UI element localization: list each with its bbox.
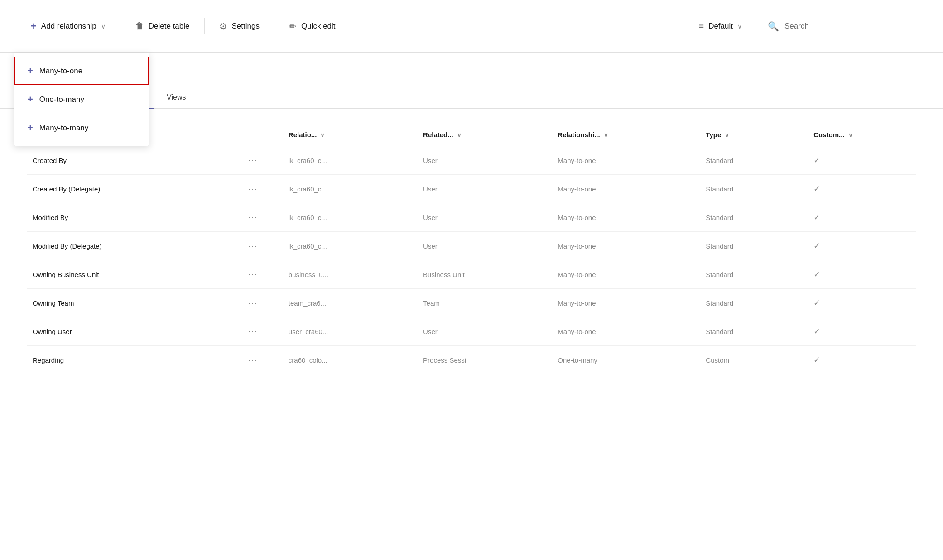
quick-edit-label: Quick edit [301, 22, 336, 31]
table-row[interactable]: Created By ··· lk_cra60_c... User Many-t… [27, 146, 916, 175]
search-icon: 🔍 [768, 21, 779, 32]
default-chevron-icon: ∨ [737, 23, 742, 30]
table-row[interactable]: Owning Team ··· team_cra6... Team Many-t… [27, 289, 916, 317]
one-to-many-label: One-to-many [39, 95, 84, 104]
cell-dots-3[interactable]: ··· [243, 232, 283, 260]
table-row[interactable]: Created By (Delegate) ··· lk_cra60_c... … [27, 175, 916, 203]
col-header-custom[interactable]: Custom... ∨ [808, 124, 916, 146]
col-header-dots [243, 124, 283, 146]
cell-dots-4[interactable]: ··· [243, 260, 283, 289]
cell-type-3: Standard [700, 232, 808, 260]
cell-dots-5[interactable]: ··· [243, 289, 283, 317]
table-container: Display name ↑ ∨ Relatio... ∨ Related...… [0, 109, 943, 374]
cell-relationship-5: Many-to-one [552, 289, 700, 317]
cell-type-5: Standard [700, 289, 808, 317]
cell-relation-0: lk_cra60_c... [283, 146, 418, 175]
cell-custom-3: ✓ [808, 232, 916, 260]
many-to-one-label: Many-to-one [39, 67, 82, 76]
chevron-relationship-icon: ∨ [604, 132, 608, 139]
cell-custom-7: ✓ [808, 346, 916, 374]
col-header-relationship[interactable]: Relationshi... ∨ [552, 124, 700, 146]
table-row[interactable]: Owning Business Unit ··· business_u... B… [27, 260, 916, 289]
cell-custom-5: ✓ [808, 289, 916, 317]
breadcrumb: Tables › Color [27, 67, 916, 81]
default-label: Default [708, 22, 733, 31]
dropdown-item-one-to-many[interactable]: + One-to-many [14, 85, 149, 114]
col-header-type[interactable]: Type ∨ [700, 124, 808, 146]
many-to-many-label: Many-to-many [39, 124, 89, 133]
cell-relation-7: cra60_colo... [283, 346, 418, 374]
chevron-relation-icon: ∨ [320, 132, 325, 139]
table-row[interactable]: Modified By (Delegate) ··· lk_cra60_c...… [27, 232, 916, 260]
chevron-down-icon: ∨ [101, 23, 106, 30]
plus-icon: + [31, 20, 37, 32]
cell-dots-0[interactable]: ··· [243, 146, 283, 175]
plus-icon-one-to-many: + [28, 94, 33, 105]
table-row[interactable]: Modified By ··· lk_cra60_c... User Many-… [27, 203, 916, 232]
delete-table-label: Delete table [149, 22, 190, 31]
cell-related-0: User [418, 146, 552, 175]
add-relationship-dropdown: + Many-to-one + One-to-many + Many-to-ma… [14, 53, 149, 146]
cell-relation-6: user_cra60... [283, 317, 418, 346]
cell-relationship-0: Many-to-one [552, 146, 700, 175]
table-row[interactable]: Regarding ··· cra60_colo... Process Sess… [27, 346, 916, 374]
pencil-icon: ✏ [289, 21, 297, 32]
cell-related-4: Business Unit [418, 260, 552, 289]
cell-type-2: Standard [700, 203, 808, 232]
cell-relation-1: lk_cra60_c... [283, 175, 418, 203]
cell-custom-6: ✓ [808, 317, 916, 346]
table-row[interactable]: Owning User ··· user_cra60... User Many-… [27, 317, 916, 346]
chevron-related-icon: ∨ [457, 132, 462, 139]
cell-type-0: Standard [700, 146, 808, 175]
plus-icon-many-to-many: + [28, 123, 33, 133]
cell-dots-7[interactable]: ··· [243, 346, 283, 374]
cell-dots-1[interactable]: ··· [243, 175, 283, 203]
plus-icon-many-to-one: + [28, 66, 33, 76]
settings-label: Settings [232, 22, 260, 31]
add-relationship-label: Add relationship [41, 22, 96, 31]
toolbar: + Add relationship ∨ 🗑 Delete table ⚙ Se… [0, 0, 943, 53]
cell-relationship-6: Many-to-one [552, 317, 700, 346]
cell-relation-5: team_cra6... [283, 289, 418, 317]
cell-display-name-2: Modified By [27, 203, 243, 232]
chevron-custom-icon: ∨ [848, 132, 853, 139]
cell-relationship-2: Many-to-one [552, 203, 700, 232]
cell-custom-0: ✓ [808, 146, 916, 175]
cell-dots-6[interactable]: ··· [243, 317, 283, 346]
cell-custom-4: ✓ [808, 260, 916, 289]
relationships-table: Display name ↑ ∨ Relatio... ∨ Related...… [27, 124, 916, 374]
cell-dots-2[interactable]: ··· [243, 203, 283, 232]
col-header-related[interactable]: Related... ∨ [418, 124, 552, 146]
cell-relationship-1: Many-to-one [552, 175, 700, 203]
cell-relation-2: lk_cra60_c... [283, 203, 418, 232]
quick-edit-button[interactable]: ✏ Quick edit [276, 14, 348, 39]
gear-icon: ⚙ [219, 21, 227, 32]
tab-views[interactable]: Views [154, 87, 198, 109]
default-view-button[interactable]: ≡ Default ∨ [688, 14, 753, 39]
trash-icon: 🗑 [135, 21, 144, 31]
cell-relationship-4: Many-to-one [552, 260, 700, 289]
delete-table-button[interactable]: 🗑 Delete table [122, 14, 202, 39]
menu-icon: ≡ [698, 21, 704, 31]
cell-custom-1: ✓ [808, 175, 916, 203]
cell-display-name-1: Created By (Delegate) [27, 175, 243, 203]
cell-type-4: Standard [700, 260, 808, 289]
cell-related-2: User [418, 203, 552, 232]
col-header-relation[interactable]: Relatio... ∨ [283, 124, 418, 146]
cell-display-name-6: Owning User [27, 317, 243, 346]
cell-custom-2: ✓ [808, 203, 916, 232]
search-label: Search [784, 22, 809, 31]
cell-display-name-0: Created By [27, 146, 243, 175]
cell-type-1: Standard [700, 175, 808, 203]
table-body: Created By ··· lk_cra60_c... User Many-t… [27, 146, 916, 374]
search-button[interactable]: 🔍 Search [753, 0, 925, 53]
cell-related-3: User [418, 232, 552, 260]
cell-related-6: User [418, 317, 552, 346]
cell-relationship-3: Many-to-one [552, 232, 700, 260]
cell-related-7: Process Sessi [418, 346, 552, 374]
dropdown-item-many-to-one[interactable]: + Many-to-one [14, 57, 149, 85]
cell-type-7: Custom [700, 346, 808, 374]
settings-button[interactable]: ⚙ Settings [207, 14, 272, 39]
dropdown-item-many-to-many[interactable]: + Many-to-many [14, 114, 149, 142]
add-relationship-button[interactable]: + Add relationship ∨ [18, 14, 118, 39]
